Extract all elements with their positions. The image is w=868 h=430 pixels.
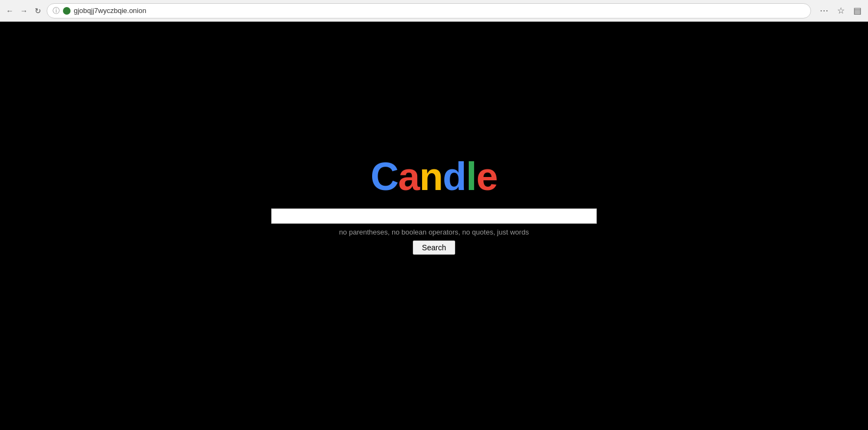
menu-icon[interactable]: ⋯ [818, 4, 831, 17]
secure-icon [63, 7, 71, 15]
forward-button[interactable]: → [18, 5, 29, 16]
url-text: gjobqjj7wyczbqie.onion [74, 7, 805, 15]
browser-right-controls: ⋯ ☆ ▤ [818, 4, 864, 17]
logo-letter-a: a [398, 155, 419, 198]
browser-toolbar: ← → ↻ ⓘ gjobqjj7wyczbqie.onion ⋯ ☆ ▤ [0, 0, 868, 22]
logo-letter-l: l [466, 155, 476, 198]
info-icon: ⓘ [53, 6, 60, 16]
search-button[interactable]: Search [413, 241, 455, 255]
site-logo: Candle [371, 154, 497, 199]
logo-letter-C: C [371, 155, 398, 198]
search-form: no parentheses, no boolean operators, no… [271, 208, 597, 255]
back-button[interactable]: ← [4, 5, 15, 16]
page-content: Candle no parentheses, no boolean operat… [0, 22, 868, 430]
address-bar[interactable]: ⓘ gjobqjj7wyczbqie.onion [47, 3, 811, 18]
logo-letter-d: d [443, 155, 466, 198]
search-hint: no parentheses, no boolean operators, no… [339, 228, 529, 236]
sidebar-icon[interactable]: ▤ [851, 4, 864, 17]
logo-letter-n: n [419, 155, 443, 198]
search-input[interactable] [271, 208, 597, 224]
bookmark-icon[interactable]: ☆ [835, 4, 847, 17]
reload-button[interactable]: ↻ [33, 5, 43, 16]
logo-letter-e: e [476, 155, 497, 198]
